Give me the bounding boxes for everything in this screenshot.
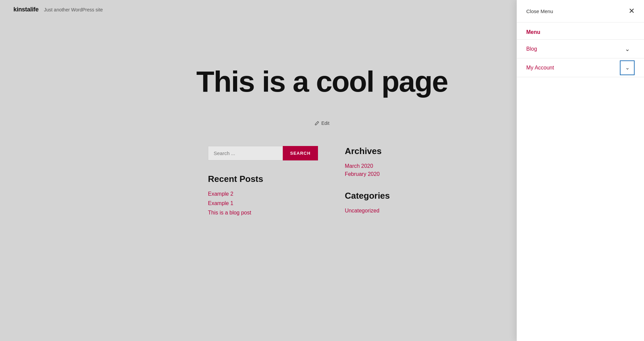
- categories-widget: Categories Uncategorized: [345, 191, 436, 214]
- search-input[interactable]: [208, 146, 283, 160]
- side-panel: Close Menu ✕ Menu Blog ⌄ My Account ⌄: [517, 0, 644, 341]
- archives-list: March 2020 February 2020: [345, 163, 436, 177]
- category-link-0[interactable]: Uncategorized: [345, 208, 379, 213]
- side-panel-blog-item: Blog ⌄: [517, 40, 644, 58]
- list-item: Example 2: [208, 191, 318, 197]
- site-title: kinstalife: [13, 6, 39, 13]
- side-panel-myaccount-link[interactable]: My Account: [526, 65, 554, 71]
- list-item: This is a blog post: [208, 210, 318, 216]
- side-panel-myaccount-item: My Account ⌄: [517, 58, 644, 77]
- archives-title: Archives: [345, 146, 436, 156]
- page-title: This is a cool page: [141, 66, 503, 97]
- header-left: kinstalife Just another WordPress site: [13, 6, 103, 13]
- blog-chevron-button[interactable]: ⌄: [620, 42, 635, 56]
- list-item: March 2020: [345, 163, 436, 169]
- list-item: February 2020: [345, 171, 436, 177]
- myaccount-chevron-button[interactable]: ⌄: [620, 60, 635, 75]
- widget-left: SEARCH Recent Posts Example 2 Example 1 …: [208, 146, 318, 216]
- site-tagline: Just another WordPress site: [44, 7, 103, 12]
- close-menu-label: Close Menu: [526, 8, 553, 14]
- search-form: SEARCH: [208, 146, 318, 160]
- edit-icon: [315, 121, 319, 126]
- main-content: This is a cool page Edit SEARCH Recent P…: [134, 19, 510, 229]
- list-item: Example 1: [208, 200, 318, 206]
- categories-title: Categories: [345, 191, 436, 201]
- categories-list: Uncategorized: [345, 208, 436, 214]
- recent-post-link-0[interactable]: Example 2: [208, 191, 233, 197]
- widget-right: Archives March 2020 February 2020 Catego…: [345, 146, 436, 216]
- close-menu-button[interactable]: ✕: [629, 7, 635, 15]
- archive-link-0[interactable]: March 2020: [345, 163, 373, 169]
- list-item: Uncategorized: [345, 208, 436, 214]
- side-panel-header: Close Menu ✕: [517, 0, 644, 22]
- search-button[interactable]: SEARCH: [283, 146, 318, 160]
- widgets-area: SEARCH Recent Posts Example 2 Example 1 …: [134, 146, 510, 216]
- edit-label: Edit: [321, 120, 329, 126]
- recent-posts-title: Recent Posts: [208, 174, 318, 184]
- recent-posts-widget: Recent Posts Example 2 Example 1 This is…: [208, 174, 318, 216]
- recent-post-link-1[interactable]: Example 1: [208, 200, 233, 206]
- side-panel-blog-link[interactable]: Blog: [526, 46, 537, 52]
- archive-link-1[interactable]: February 2020: [345, 171, 380, 177]
- recent-post-link-2[interactable]: This is a blog post: [208, 210, 251, 215]
- archives-widget: Archives March 2020 February 2020: [345, 146, 436, 177]
- edit-link[interactable]: Edit: [134, 120, 510, 126]
- page-title-section: This is a cool page: [134, 46, 510, 110]
- recent-posts-list: Example 2 Example 1 This is a blog post: [208, 191, 318, 216]
- side-panel-menu-heading: Menu: [517, 22, 644, 40]
